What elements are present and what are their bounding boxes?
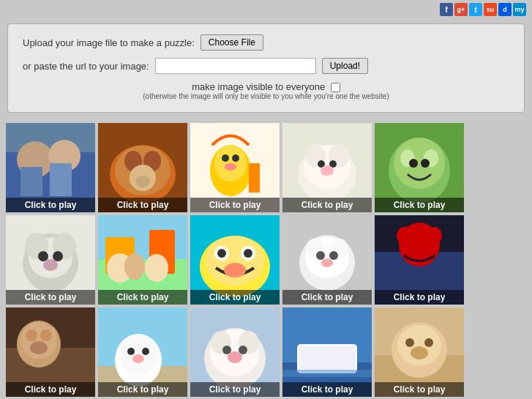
url-label: or paste the url to your image:	[23, 61, 149, 72]
svg-rect-4	[20, 167, 42, 196]
twitter-icon[interactable]: t	[469, 3, 482, 16]
puzzle-item[interactable]: Click to play	[375, 215, 464, 305]
svg-rect-72	[413, 245, 426, 259]
click-overlay-14: Click to play	[375, 382, 464, 397]
puzzle-item[interactable]: Click to play	[375, 307, 464, 397]
svg-point-85	[142, 348, 149, 355]
google-plus-icon[interactable]: g+	[454, 3, 468, 16]
svg-point-64	[329, 251, 338, 260]
svg-point-57	[224, 263, 246, 277]
svg-point-34	[421, 159, 430, 168]
svg-point-56	[244, 249, 252, 258]
click-overlay-13: Click to play	[282, 382, 372, 397]
svg-point-86	[132, 354, 144, 363]
puzzle-item[interactable]: Click to play	[98, 123, 187, 212]
visible-label: make image visible to everyone	[192, 81, 325, 92]
click-overlay-2: Click to play	[190, 198, 280, 212]
svg-point-17	[232, 154, 239, 162]
svg-point-106	[411, 346, 428, 359]
svg-point-27	[321, 165, 334, 176]
svg-point-84	[127, 348, 135, 355]
puzzle-item[interactable]: Click to play	[190, 215, 280, 305]
click-overlay-0: Click to play	[6, 198, 95, 212]
click-overlay-3: Click to play	[282, 198, 372, 212]
svg-point-18	[225, 163, 236, 171]
svg-point-41	[53, 251, 63, 261]
svg-point-103	[397, 325, 441, 366]
click-overlay-5: Click to play	[6, 290, 95, 305]
svg-point-48	[124, 253, 145, 280]
svg-point-49	[145, 254, 168, 282]
svg-point-30	[394, 138, 445, 189]
svg-point-55	[217, 249, 226, 258]
svg-point-77	[26, 329, 37, 341]
myspace-icon[interactable]: my	[513, 3, 526, 16]
svg-point-16	[222, 154, 229, 162]
social-bar: f g+ t su d my	[0, 0, 532, 19]
svg-point-70	[397, 227, 411, 245]
stumbleupon-icon[interactable]: su	[484, 3, 497, 16]
svg-point-42	[43, 259, 58, 271]
url-row: or paste the url to your image: Upload!	[23, 58, 509, 74]
visible-row: make image visible to everyone (otherwis…	[23, 81, 509, 100]
puzzle-item[interactable]: Click to play	[282, 123, 372, 212]
svg-point-104	[405, 338, 414, 347]
svg-point-79	[30, 341, 48, 354]
visible-checkbox[interactable]	[331, 83, 340, 92]
file-upload-row: Upload your image file to make a puzzle:…	[23, 34, 509, 51]
click-overlay-6: Click to play	[98, 290, 187, 305]
svg-point-12	[135, 176, 150, 187]
upload-button[interactable]: Upload!	[322, 58, 368, 74]
click-overlay-10: Click to play	[6, 382, 95, 397]
puzzle-item[interactable]: Click to play	[98, 215, 187, 305]
puzzle-item[interactable]: Click to play	[6, 123, 95, 212]
svg-point-65	[321, 258, 333, 267]
choose-file-button[interactable]: Choose File	[201, 34, 263, 51]
svg-point-63	[316, 251, 325, 260]
visible-note: (otherwise the image will only be visibl…	[23, 92, 509, 100]
svg-rect-19	[249, 163, 260, 193]
click-overlay-1: Click to play	[98, 198, 187, 212]
puzzle-item[interactable]: Click to play	[282, 307, 372, 397]
puzzle-item[interactable]: Click to play	[190, 123, 280, 212]
svg-point-33	[409, 159, 418, 168]
click-overlay-9: Click to play	[375, 290, 464, 305]
svg-point-94	[228, 351, 242, 363]
puzzle-item[interactable]: Click to play	[282, 215, 372, 305]
svg-point-78	[40, 329, 52, 341]
digg-icon[interactable]: d	[498, 3, 512, 16]
puzzle-item[interactable]: Click to play	[190, 307, 280, 397]
svg-point-71	[427, 227, 442, 245]
svg-point-105	[424, 338, 433, 347]
click-overlay-8: Click to play	[282, 290, 372, 305]
click-overlay-11: Click to play	[98, 382, 187, 397]
file-upload-label: Upload your image file to make a puzzle:	[23, 37, 195, 48]
svg-rect-5	[50, 163, 72, 196]
svg-rect-98	[299, 346, 356, 372]
puzzle-item[interactable]: Click to play	[98, 307, 187, 397]
svg-rect-99	[282, 370, 372, 377]
url-input[interactable]	[155, 58, 316, 74]
svg-point-40	[38, 251, 48, 261]
click-overlay-4: Click to play	[375, 198, 464, 212]
puzzle-item[interactable]: Click to play	[6, 215, 95, 305]
puzzle-item[interactable]: Click to play	[375, 123, 464, 212]
click-overlay-7: Click to play	[190, 290, 280, 305]
puzzle-item[interactable]: Click to play	[6, 307, 95, 397]
upload-panel: Upload your image file to make a puzzle:…	[7, 23, 525, 113]
puzzle-grid: Click to play Click to play Click to pla…	[0, 120, 532, 399]
svg-point-52	[206, 236, 264, 286]
click-overlay-12: Click to play	[190, 382, 280, 397]
facebook-icon[interactable]: f	[440, 3, 453, 16]
